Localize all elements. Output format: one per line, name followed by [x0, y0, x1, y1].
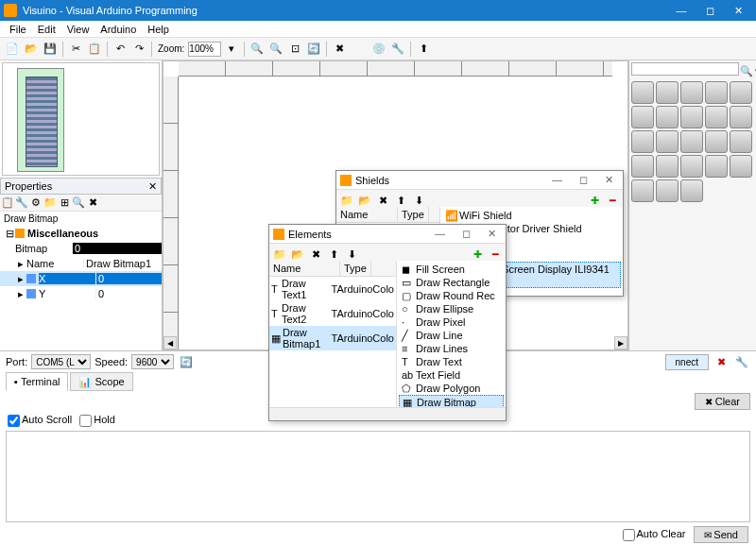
- tab-scope[interactable]: 📊 Scope: [70, 372, 132, 391]
- zoom-in-icon[interactable]: 🔍: [249, 41, 266, 58]
- dialog-titlebar[interactable]: Elements — ◻ ✕: [269, 225, 506, 244]
- prop-tool-4[interactable]: 📁: [43, 196, 57, 209]
- expand-icon[interactable]: ▸: [15, 258, 26, 270]
- palette-item[interactable]: [705, 106, 728, 128]
- palette-item[interactable]: [680, 106, 703, 128]
- menu-item[interactable]: ◼Fill Screen: [399, 263, 504, 276]
- dialog-titlebar[interactable]: Shields — ◻ ✕: [336, 171, 623, 190]
- tool-icon[interactable]: 🔧: [389, 41, 406, 58]
- menu-item[interactable]: ○Draw Ellipse: [399, 302, 504, 315]
- dialog-minimize[interactable]: —: [546, 174, 568, 186]
- menu-help[interactable]: Help: [142, 22, 175, 37]
- expand-icon[interactable]: ⊟: [4, 228, 15, 240]
- palette-item[interactable]: [730, 81, 752, 104]
- close-button[interactable]: ✕: [724, 5, 752, 17]
- palette-item[interactable]: [656, 106, 679, 128]
- menu-item[interactable]: ⬠Draw Polygon: [399, 382, 504, 395]
- prop-tool-6[interactable]: 🔍: [72, 196, 85, 209]
- terminal-output[interactable]: [6, 431, 750, 522]
- palette-item[interactable]: [631, 81, 654, 104]
- design-preview[interactable]: [2, 62, 160, 176]
- dialog-minimize[interactable]: —: [429, 228, 451, 240]
- palette-item[interactable]: [631, 106, 654, 128]
- prop-tool-7[interactable]: ✖: [86, 196, 99, 209]
- prop-value[interactable]: 0: [95, 288, 162, 299]
- palette-item[interactable]: [680, 130, 703, 153]
- disc-icon[interactable]: 💿: [370, 41, 387, 58]
- prop-row[interactable]: Bitmap 0: [0, 241, 162, 256]
- dialog-maximize[interactable]: ◻: [574, 174, 593, 186]
- hold-checkbox[interactable]: Hold: [79, 414, 115, 427]
- dialog-close[interactable]: ✕: [482, 228, 502, 240]
- zoom-dropdown[interactable]: ▾: [223, 41, 240, 58]
- prop-tool-3[interactable]: ⚙: [29, 196, 43, 209]
- prop-row[interactable]: ▸ Y 0: [0, 286, 162, 301]
- scroll-left-icon[interactable]: ◀: [163, 336, 177, 349]
- prop-value[interactable]: 0: [72, 243, 162, 254]
- prop-value[interactable]: 0: [95, 273, 162, 284]
- menu-view[interactable]: View: [61, 22, 95, 37]
- expand-icon[interactable]: ▸: [15, 288, 26, 300]
- dialog-scrollbar[interactable]: [269, 407, 506, 420]
- prop-row-category[interactable]: ⊟ Miscellaneous: [0, 226, 162, 241]
- auto-scroll-checkbox[interactable]: Auto Scroll: [8, 414, 72, 427]
- menu-item[interactable]: ▭Draw Rectangle: [399, 276, 504, 289]
- copy-button[interactable]: 📋: [86, 41, 103, 58]
- list-row-selected[interactable]: ▦Draw Bitmap1TArduinoColo: [269, 326, 396, 350]
- auto-clear-checkbox[interactable]: Auto Clear: [623, 528, 686, 541]
- palette-search-input[interactable]: [631, 62, 739, 76]
- tab-terminal[interactable]: ▪ Terminal: [6, 372, 68, 391]
- dialog-close[interactable]: ✕: [599, 174, 619, 186]
- save-button[interactable]: 💾: [42, 41, 59, 58]
- palette-item[interactable]: [680, 81, 703, 104]
- prop-tool-5[interactable]: ⊞: [58, 196, 71, 209]
- palette-item[interactable]: [730, 106, 752, 128]
- palette-item[interactable]: [730, 155, 752, 178]
- menu-file[interactable]: File: [4, 22, 32, 37]
- dialog-maximize[interactable]: ◻: [456, 228, 476, 240]
- palette-item[interactable]: [656, 179, 679, 202]
- palette-item[interactable]: [680, 179, 703, 202]
- palette-item[interactable]: [631, 155, 654, 178]
- menu-item[interactable]: 📶WiFi Shield: [442, 209, 621, 222]
- send-button[interactable]: ✉ Send: [694, 526, 748, 543]
- maximize-button[interactable]: ◻: [696, 5, 724, 17]
- palette-item[interactable]: [705, 130, 728, 153]
- settings-icon[interactable]: 🔧: [733, 353, 750, 370]
- connect-button[interactable]: nnect: [665, 354, 709, 370]
- list-row[interactable]: TDraw Text1TArduinoColo: [269, 277, 396, 301]
- palette-item[interactable]: [656, 130, 679, 153]
- prop-tool-2[interactable]: 🔧: [15, 196, 28, 209]
- menu-item-selected[interactable]: ▦Draw Bitmap: [399, 395, 504, 407]
- palette-item[interactable]: [680, 155, 703, 178]
- scroll-right-icon[interactable]: ▶: [614, 336, 627, 349]
- search-icon[interactable]: 🔍: [739, 62, 754, 79]
- disconnect-icon[interactable]: ✖: [713, 353, 730, 370]
- menu-item[interactable]: abText Field: [399, 368, 504, 382]
- new-button[interactable]: 📄: [4, 41, 21, 58]
- clear-button[interactable]: ✖ Clear: [695, 393, 750, 410]
- open-button[interactable]: 📂: [23, 41, 40, 58]
- palette-item[interactable]: [656, 81, 679, 104]
- port-select[interactable]: COM5 (L: [31, 354, 91, 369]
- prop-value[interactable]: Draw Bitmap1: [83, 258, 162, 269]
- minimize-button[interactable]: —: [667, 5, 696, 17]
- menu-arduino[interactable]: Arduino: [94, 22, 142, 37]
- palette-item[interactable]: [631, 179, 654, 202]
- refresh-icon[interactable]: 🔄: [305, 41, 322, 58]
- expand-icon[interactable]: ▸: [15, 273, 26, 285]
- redo-button[interactable]: ↷: [130, 41, 147, 58]
- undo-button[interactable]: ↶: [112, 41, 129, 58]
- cut-button[interactable]: ✂: [67, 41, 84, 58]
- zoom-input[interactable]: [188, 42, 221, 57]
- menu-item[interactable]: ▢Draw Round Rec: [399, 289, 504, 302]
- menu-item[interactable]: ≡Draw Lines: [399, 342, 504, 355]
- refresh-ports-icon[interactable]: 🔄: [178, 353, 195, 370]
- palette-item[interactable]: [656, 155, 679, 178]
- menu-item[interactable]: ·Draw Pixel: [399, 315, 504, 329]
- palette-item[interactable]: [730, 130, 752, 153]
- zoom-fit-icon[interactable]: ⊡: [286, 41, 303, 58]
- prop-row-selected[interactable]: ▸ X 0: [0, 271, 162, 286]
- palette-item[interactable]: [705, 81, 728, 104]
- menu-edit[interactable]: Edit: [32, 22, 61, 37]
